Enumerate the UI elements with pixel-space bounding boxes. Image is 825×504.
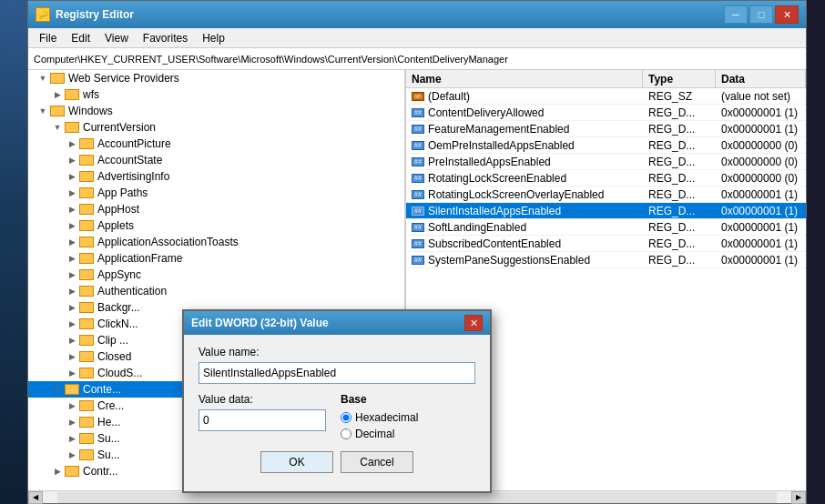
tree-label: Authentication: [97, 285, 167, 297]
values-row-5[interactable]: ## RotatingLockScreenEnabled REG_D... 0x…: [406, 170, 806, 186]
tree-label: Conte...: [83, 383, 121, 396]
tree-label: Web Service Providers: [68, 72, 179, 85]
menu-favorites[interactable]: Favorites: [136, 30, 195, 46]
close-button[interactable]: ✕: [775, 5, 799, 24]
values-row-8[interactable]: ## SoftLandingEnabled REG_D... 0x0000000…: [406, 219, 806, 236]
radio-hex-row[interactable]: Hexadecimal: [341, 411, 418, 424]
folder-icon: [79, 269, 94, 280]
tree-toggle[interactable]: ▶: [50, 464, 65, 479]
folder-icon: [79, 171, 94, 182]
tree-toggle[interactable]: ▶: [65, 349, 79, 364]
values-row-1[interactable]: ## ContentDeliveryAllowed REG_D... 0x000…: [406, 105, 806, 121]
menu-file[interactable]: File: [32, 30, 64, 46]
scroll-right-arrow[interactable]: ▶: [791, 491, 806, 504]
tree-toggle[interactable]: ▶: [65, 431, 79, 446]
tree-item-app-sync[interactable]: ▶ AppSync: [28, 267, 404, 283]
menu-help[interactable]: Help: [195, 30, 232, 46]
tree-toggle[interactable]: ▶: [65, 300, 79, 315]
radio-dec-row[interactable]: Decimal: [341, 428, 418, 440]
tree-toggle[interactable]: ▼: [36, 71, 50, 86]
minimize-button[interactable]: ─: [724, 5, 748, 24]
tree-label: Su...: [97, 449, 120, 461]
tree-item-wfs[interactable]: ▶ wfs: [28, 86, 404, 103]
edit-dword-dialog: Edit DWORD (32-bit) Value ✕ Value name: …: [182, 309, 492, 493]
address-bar[interactable]: Computer\HKEY_CURRENT_USER\Software\Micr…: [28, 48, 806, 70]
cancel-button[interactable]: Cancel: [341, 451, 413, 473]
tree-item-applets[interactable]: ▶ Applets: [28, 217, 404, 234]
folder-icon: [79, 417, 94, 428]
value-data: 0x00000000 (0): [716, 139, 806, 152]
tree-toggle[interactable]: ▶: [65, 415, 79, 429]
tree-item-advertising-info[interactable]: ▶ AdvertisingInfo: [28, 168, 404, 185]
tree-item-app-paths[interactable]: ▶ App Paths: [28, 185, 404, 201]
menu-view[interactable]: View: [97, 30, 136, 46]
tree-toggle[interactable]: ▶: [65, 366, 79, 380]
tree-toggle[interactable]: ▶: [65, 284, 79, 298]
tree-toggle[interactable]: ▶: [65, 153, 79, 167]
tree-toggle[interactable]: ▶: [65, 448, 79, 462]
values-row-9[interactable]: ## SubscribedContentEnabled REG_D... 0x0…: [406, 236, 806, 252]
base-label: Base: [341, 393, 418, 406]
tree-toggle[interactable]: ▶: [65, 169, 79, 184]
tree-toggle[interactable]: ▶: [50, 87, 65, 102]
tree-item-windows[interactable]: ▼ Windows: [28, 103, 404, 119]
tree-toggle[interactable]: ▼: [36, 104, 50, 118]
tree-item-app-host[interactable]: ▶ AppHost: [28, 201, 404, 217]
folder-icon: [65, 384, 79, 395]
tree-toggle[interactable]: ▶: [65, 202, 79, 217]
tree-toggle[interactable]: ▼: [50, 120, 65, 135]
tree-toggle[interactable]: ▶: [65, 186, 79, 200]
tree-item-app-assoc[interactable]: ▶ ApplicationAssociationToasts: [28, 234, 404, 250]
value-type: REG_D...: [643, 156, 716, 168]
tree-item-account-picture[interactable]: ▶ AccountPicture: [28, 136, 404, 152]
tree-item-account-state[interactable]: ▶ AccountState: [28, 152, 404, 168]
folder-icon: [79, 400, 94, 411]
values-row-6[interactable]: ## RotatingLockScreenOverlayEnabled REG_…: [406, 186, 806, 203]
ok-button[interactable]: OK: [260, 451, 333, 473]
scroll-left-arrow[interactable]: ◀: [28, 491, 43, 504]
value-data: 0x00000000 (0): [716, 156, 806, 168]
tree-label: AccountState: [97, 154, 162, 166]
base-section: Base Hexadecimal Decimal: [341, 393, 418, 440]
menu-edit[interactable]: Edit: [64, 30, 97, 46]
values-row-10[interactable]: ## SystemPaneSuggestionsEnabled REG_D...…: [406, 252, 806, 268]
value-name: ContentDeliveryAllowed: [428, 106, 544, 119]
values-row-2[interactable]: ## FeatureManagementEnabled REG_D... 0x0…: [406, 121, 806, 137]
tree-toggle[interactable]: ▶: [65, 235, 79, 249]
tree-toggle[interactable]: ▶: [65, 218, 79, 233]
tree-item-app-frame[interactable]: ▶ ApplicationFrame: [28, 250, 404, 267]
radio-hexadecimal[interactable]: [341, 412, 351, 423]
values-row-4[interactable]: ## PreInstalledAppsEnabled REG_D... 0x00…: [406, 154, 806, 170]
tree-toggle[interactable]: ▶: [65, 267, 79, 282]
values-row-silent-installed[interactable]: ## SilentInstalledAppsEnabled REG_D... 0…: [406, 203, 806, 219]
tree-toggle[interactable]: ▼: [50, 382, 65, 397]
value-type: REG_D...: [643, 237, 716, 250]
dialog-close-button[interactable]: ✕: [464, 315, 483, 331]
folder-icon: [79, 449, 94, 460]
tree-toggle[interactable]: ▶: [65, 398, 79, 413]
value-type: REG_D...: [643, 172, 716, 185]
tree-label: ApplicationFrame: [97, 252, 182, 265]
reg-icon: ##: [412, 207, 424, 216]
scroll-track[interactable]: [57, 492, 777, 503]
tree-item-authentication[interactable]: ▶ Authentication: [28, 283, 404, 299]
tree-item-current-version[interactable]: ▼ CurrentVersion: [28, 119, 404, 136]
tree-item-web-service-providers[interactable]: ▼ Web Service Providers: [28, 70, 404, 86]
col-header-type: Type: [643, 70, 716, 87]
values-row-default[interactable]: ab (Default) REG_SZ (value not set): [406, 88, 806, 105]
folder-icon: [79, 433, 94, 444]
reg-icon: ##: [412, 174, 424, 183]
tree-toggle[interactable]: ▶: [65, 317, 79, 331]
tree-toggle[interactable]: ▶: [65, 136, 79, 151]
values-row-3[interactable]: ## OemPreInstalledAppsEnabled REG_D... 0…: [406, 137, 806, 154]
folder-icon: [79, 138, 94, 149]
tree-label: wfs: [83, 88, 99, 101]
title-bar: 🔑 Registry Editor ─ □ ✕: [28, 1, 806, 28]
value-name-input[interactable]: [199, 362, 475, 384]
folder-icon: [79, 318, 94, 329]
value-data-input[interactable]: [199, 409, 326, 431]
tree-toggle[interactable]: ▶: [65, 333, 79, 348]
tree-toggle[interactable]: ▶: [65, 251, 79, 266]
radio-decimal[interactable]: [341, 428, 351, 439]
maximize-button[interactable]: □: [749, 5, 773, 24]
